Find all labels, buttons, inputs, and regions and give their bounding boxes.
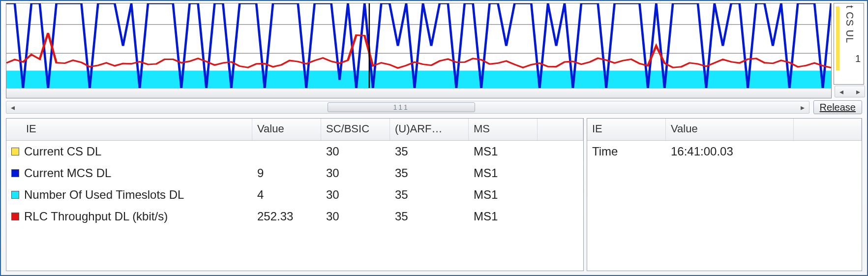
cell-arf: 35 [390, 208, 469, 225]
col-ie[interactable]: IE [6, 119, 252, 140]
cell-ms: MS1 [469, 208, 538, 225]
time-series-chart[interactable] [6, 3, 832, 98]
arrow-right-icon[interactable]: ▸ [852, 87, 865, 96]
cell-value: 9 [252, 164, 321, 182]
cell-value: 16:41:00.03 [666, 143, 794, 160]
cell-value [252, 150, 321, 153]
legend-table: IE Value SC/BSIC (U)ARF… MS Current CS D… [6, 118, 584, 271]
tables-row: IE Value SC/BSIC (U)ARF… MS Current CS D… [1, 116, 867, 275]
cell-scbsic: 30 [321, 208, 390, 225]
cell-spare [538, 150, 583, 153]
y-axis-label: t CS UL [844, 5, 855, 43]
legend-table-header[interactable]: IE Value SC/BSIC (U)ARF… MS [6, 119, 583, 141]
series-swatch [11, 169, 19, 177]
cell-ms: MS1 [469, 186, 538, 204]
signal-analyzer-panel: t CS UL 1 ◂ ▸ ◂ 111 ▸ Release IE Value S… [1, 1, 867, 275]
arrow-left-icon[interactable]: ◂ [6, 103, 19, 112]
table-row[interactable]: RLC Throughput DL (kbit/s)252.333035MS1 [6, 206, 583, 227]
cell-ie: Current MCS DL [24, 166, 111, 180]
cell-spare [538, 171, 583, 175]
scroll-row: ◂ 111 ▸ Release [1, 99, 867, 116]
cell-value: 4 [252, 186, 321, 204]
y-axis-box: t CS UL 1 [834, 3, 864, 85]
col-arf[interactable]: (U)ARF… [390, 119, 469, 140]
chart-svg [6, 3, 831, 98]
col-value[interactable]: Value [666, 119, 794, 140]
release-button[interactable]: Release [813, 100, 862, 114]
col-spare[interactable] [538, 119, 583, 140]
table-row[interactable]: Current CS DL3035MS1 [6, 141, 583, 162]
chart-inner-hscroll[interactable] [6, 88, 831, 98]
cell-arf: 35 [390, 164, 469, 182]
cell-spare [538, 193, 583, 197]
col-scbsic[interactable]: SC/BSIC [321, 119, 390, 140]
cell-ms: MS1 [469, 143, 538, 160]
info-table-body: Time16:41:00.03 [587, 141, 862, 271]
cell-arf: 35 [390, 143, 469, 160]
time-hscrollbar[interactable]: ◂ 111 ▸ [6, 101, 809, 114]
y-axis-tick: 1 [855, 53, 861, 64]
cell-scbsic: 30 [321, 143, 390, 160]
y-axis-mini-scrollbar[interactable]: ◂ ▸ [835, 86, 865, 97]
col-spare[interactable] [794, 119, 862, 140]
legend-table-body: Current CS DL3035MS1Current MCS DL93035M… [6, 141, 583, 271]
series-swatch [11, 148, 19, 155]
chart-row: t CS UL 1 ◂ ▸ [1, 1, 867, 99]
col-ie[interactable]: IE [587, 119, 666, 140]
series-swatch [11, 191, 19, 199]
info-table-header[interactable]: IE Value [587, 119, 862, 141]
cell-ms: MS1 [469, 164, 538, 182]
table-row[interactable]: Time16:41:00.03 [587, 141, 862, 162]
cell-spare [538, 215, 583, 218]
y-axis-side: t CS UL 1 ◂ ▸ [833, 1, 867, 99]
cell-ie: Number Of Used Timeslots DL [24, 188, 184, 202]
arrow-right-icon[interactable]: ▸ [796, 103, 809, 112]
col-ms[interactable]: MS [469, 119, 538, 140]
cell-ie: Time [587, 143, 666, 160]
cell-ie: Current CS DL [24, 145, 101, 158]
info-table: IE Value Time16:41:00.03 [587, 118, 862, 271]
table-row[interactable]: Current MCS DL93035MS1 [6, 162, 583, 184]
cell-scbsic: 30 [321, 186, 390, 204]
cell-spare [794, 150, 862, 153]
scrollbar-thumb[interactable]: 111 [328, 102, 475, 112]
cell-ie: RLC Throughput DL (kbit/s) [24, 210, 168, 223]
col-value[interactable]: Value [252, 119, 321, 140]
cell-arf: 35 [390, 186, 469, 204]
y-axis-color-bar [836, 6, 839, 70]
arrow-left-icon[interactable]: ◂ [835, 87, 848, 96]
table-row[interactable]: Number Of Used Timeslots DL43035MS1 [6, 184, 583, 206]
cell-scbsic: 30 [321, 164, 390, 182]
thumb-grip: 111 [393, 103, 409, 111]
series-swatch [11, 213, 19, 220]
cell-value: 252.33 [252, 208, 321, 225]
